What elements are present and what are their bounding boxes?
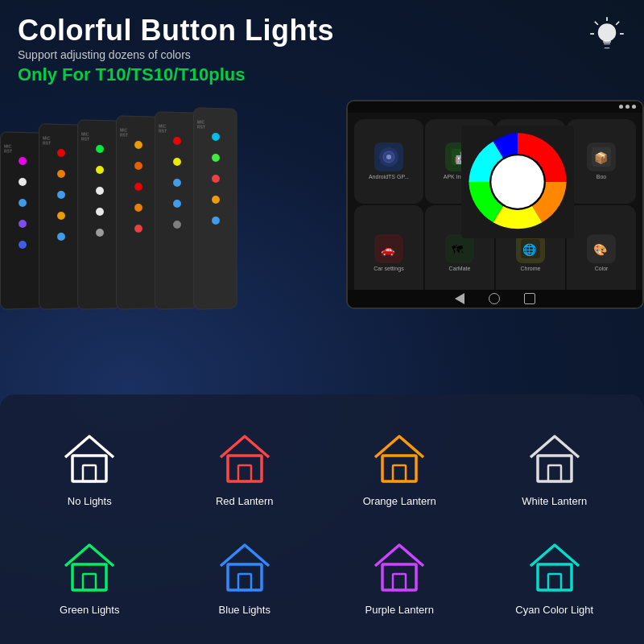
- light-item-white-lantern: White Lantern: [481, 419, 629, 519]
- svg-rect-33: [238, 465, 251, 481]
- main-title: Colorful Button Lights: [18, 14, 626, 47]
- svg-rect-42: [382, 564, 416, 590]
- device-card-2: MIC RST: [39, 123, 82, 309]
- light-item-blue-lights: Blue Lights: [171, 527, 319, 628]
- app-label-androidts: AndroidTS GP...: [369, 174, 409, 180]
- app-icon-boo[interactable]: 📦 Boo: [567, 119, 636, 204]
- app-icon-androidts[interactable]: AndroidTS GP...: [354, 119, 423, 204]
- mic-label-2: MIC: [43, 135, 50, 140]
- lights-grid: No Lights Red Lantern Orange Lantern: [16, 419, 628, 628]
- status-indicator: [625, 105, 630, 109]
- mic-label-3: MIC: [81, 131, 89, 136]
- nav-home-btn[interactable]: [489, 293, 500, 304]
- status-indicator: [632, 105, 636, 109]
- btn-dot: [134, 140, 142, 148]
- btn-dot: [212, 217, 220, 225]
- btn-dot: [19, 199, 27, 207]
- status-indicator: [619, 105, 623, 109]
- svg-rect-37: [548, 465, 561, 481]
- btn-dot: [134, 183, 142, 191]
- btn-dot: [173, 221, 181, 229]
- device-stack: MIC RST MIC RST MIC RST: [0, 108, 330, 325]
- app-label-carsettings: Car settings: [374, 266, 403, 271]
- tablet-statusbar: [348, 101, 642, 113]
- btn-dot: [173, 158, 181, 166]
- btn-dot: [96, 166, 104, 174]
- btn-dot: [173, 200, 181, 208]
- device-card-3: MIC RST: [77, 119, 121, 310]
- btn-dot: [57, 170, 65, 178]
- rst-label-2: RST: [43, 140, 51, 145]
- btn-dot: [212, 154, 220, 162]
- app-label-color: Color: [595, 266, 609, 271]
- btn-dot: [19, 178, 27, 186]
- btn-dot: [19, 157, 27, 165]
- device-card-6: MIC RST: [193, 107, 237, 310]
- btn-dot: [96, 208, 104, 216]
- subtitle: Support adjusting dozens of colors: [18, 48, 626, 61]
- color-wheel-overlay: [461, 126, 574, 230]
- mic-label-5: MIC: [159, 123, 166, 128]
- btn-dot: [134, 225, 142, 233]
- app-label-carmate: CarMate: [449, 266, 471, 271]
- nav-recent-btn[interactable]: [524, 293, 535, 304]
- device-card-1: MIC RST: [0, 131, 43, 309]
- svg-text:📦: 📦: [594, 151, 609, 165]
- svg-rect-41: [238, 574, 251, 590]
- svg-text:🎨: 🎨: [593, 243, 608, 257]
- light-item-cyan-color-light: Cyan Color Light: [481, 527, 629, 628]
- tablet-nav: [348, 290, 642, 308]
- tablet-mockup: AndroidTS GP... 🤖 APK Installer ⬡ Blueto…: [346, 100, 644, 309]
- light-label-green-lights: Green Lights: [60, 604, 119, 616]
- rst-label-6: RST: [197, 124, 205, 129]
- btn-dot: [96, 187, 104, 195]
- nav-back-btn[interactable]: [455, 293, 464, 304]
- light-label-purple-lantern: Purple Lantern: [365, 604, 434, 616]
- btn-dot: [19, 241, 27, 249]
- light-item-orange-lantern: Orange Lantern: [326, 419, 473, 519]
- rst-label-4: RST: [120, 132, 128, 137]
- rst-label-5: RST: [159, 128, 167, 133]
- bottom-panel: No Lights Red Lantern Orange Lantern: [0, 394, 644, 644]
- svg-rect-39: [83, 574, 96, 590]
- light-label-orange-lantern: Orange Lantern: [363, 495, 436, 507]
- btn-dot: [57, 148, 65, 156]
- rst-label-1: RST: [4, 148, 12, 153]
- svg-rect-34: [382, 456, 416, 481]
- btn-dot: [57, 212, 65, 220]
- btn-dot: [212, 175, 220, 183]
- svg-rect-38: [72, 564, 106, 590]
- svg-rect-36: [538, 456, 572, 481]
- btn-dot: [57, 191, 65, 199]
- app-label-chrome: Chrome: [521, 266, 541, 271]
- svg-point-11: [386, 155, 391, 159]
- btn-dot: [96, 144, 104, 152]
- mic-label-6: MIC: [197, 119, 204, 124]
- svg-point-29: [491, 155, 543, 208]
- btn-dot: [57, 233, 65, 241]
- btn-dot: [134, 204, 142, 212]
- svg-text:🗺: 🗺: [452, 243, 463, 256]
- app-label-boo: Boo: [597, 174, 606, 180]
- btn-dot: [96, 229, 104, 237]
- device-card-4: MIC RST: [116, 115, 159, 310]
- svg-rect-32: [228, 456, 262, 481]
- mic-label-4: MIC: [120, 127, 127, 132]
- light-label-cyan-color-light: Cyan Color Light: [515, 604, 593, 616]
- btn-dot: [212, 196, 220, 204]
- mic-label-1: MIC: [4, 143, 11, 148]
- device-card-5: MIC RST: [155, 111, 198, 310]
- svg-rect-31: [83, 465, 96, 481]
- app-icon-color[interactable]: 🎨 Color: [567, 205, 636, 301]
- svg-rect-35: [393, 465, 406, 481]
- svg-rect-40: [228, 564, 262, 590]
- btn-dot: [173, 179, 181, 187]
- svg-rect-30: [72, 456, 106, 481]
- light-item-green-lights: Green Lights: [16, 527, 163, 628]
- app-icon-carsettings[interactable]: 🚗 Car settings: [354, 205, 423, 301]
- svg-text:🚗: 🚗: [381, 243, 395, 257]
- svg-rect-45: [548, 574, 561, 590]
- btn-dot: [134, 162, 142, 170]
- light-item-purple-lantern: Purple Lantern: [326, 527, 473, 628]
- top-section: Colorful Button Lights Support adjusting…: [0, 0, 644, 92]
